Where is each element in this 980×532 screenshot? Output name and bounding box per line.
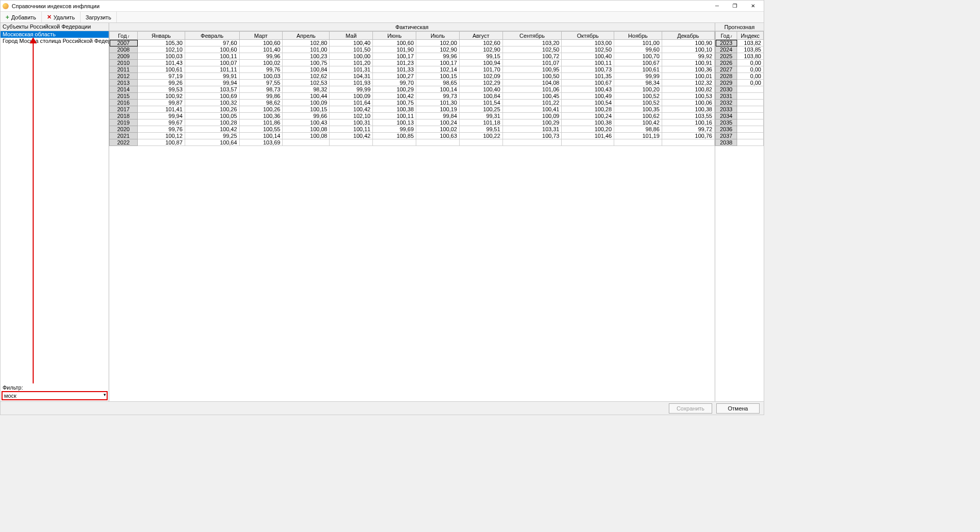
year-cell[interactable]: 2036 bbox=[716, 126, 737, 133]
value-cell[interactable]: 0,00 bbox=[737, 80, 764, 86]
year-cell[interactable]: 2012 bbox=[110, 73, 138, 80]
year-cell[interactable]: 2014 bbox=[110, 86, 138, 93]
value-cell[interactable]: 103,55 bbox=[662, 113, 714, 119]
value-cell[interactable] bbox=[283, 139, 330, 146]
value-cell[interactable]: 100,03 bbox=[239, 73, 283, 80]
value-cell[interactable]: 100,11 bbox=[330, 126, 373, 133]
year-cell[interactable]: 2019 bbox=[110, 119, 138, 126]
value-cell[interactable]: 100,92 bbox=[138, 93, 185, 100]
year-cell[interactable]: 2035 bbox=[716, 119, 737, 126]
year-cell[interactable]: 2007 bbox=[110, 40, 138, 46]
value-cell[interactable]: 102,32 bbox=[662, 80, 714, 86]
value-cell[interactable]: 100,84 bbox=[459, 93, 502, 100]
value-cell[interactable]: 101,30 bbox=[416, 100, 460, 106]
value-cell[interactable]: 101,40 bbox=[239, 46, 283, 53]
value-cell[interactable]: 100,52 bbox=[614, 93, 662, 100]
value-cell[interactable] bbox=[330, 139, 373, 146]
year-cell[interactable]: 2025 bbox=[716, 53, 737, 60]
year-cell[interactable]: 2015 bbox=[110, 93, 138, 100]
table-row[interactable]: 201297,1999,91100,03102,62104,31100,2710… bbox=[110, 73, 715, 80]
actual-grid[interactable]: Год/ЯнварьФевральМартАпрельМайИюньИюльАв… bbox=[109, 31, 715, 401]
value-cell[interactable]: 100,03 bbox=[138, 53, 185, 60]
value-cell[interactable]: 100,32 bbox=[185, 100, 239, 106]
value-cell[interactable]: 102,00 bbox=[416, 40, 460, 46]
value-cell[interactable]: 104,08 bbox=[502, 80, 562, 86]
value-cell[interactable]: 101,06 bbox=[502, 86, 562, 93]
value-cell[interactable] bbox=[373, 139, 416, 146]
value-cell[interactable]: 98,65 bbox=[416, 80, 460, 86]
value-cell[interactable]: 100,28 bbox=[562, 106, 614, 113]
value-cell[interactable]: 100,02 bbox=[239, 60, 283, 66]
value-cell[interactable]: 102,29 bbox=[459, 80, 502, 86]
value-cell[interactable]: 100,26 bbox=[239, 106, 283, 113]
year-cell[interactable]: 2028 bbox=[716, 73, 737, 80]
value-cell[interactable]: 98,62 bbox=[239, 100, 283, 106]
value-cell[interactable]: 101,64 bbox=[330, 100, 373, 106]
value-cell[interactable]: 100,75 bbox=[373, 100, 416, 106]
value-cell[interactable]: 101,23 bbox=[373, 60, 416, 66]
value-cell[interactable]: 100,13 bbox=[373, 119, 416, 126]
table-row[interactable]: 2024103,85 bbox=[716, 46, 764, 53]
value-cell[interactable]: 100,19 bbox=[416, 106, 460, 113]
year-cell[interactable]: 2021 bbox=[110, 133, 138, 139]
value-cell[interactable]: 99,69 bbox=[373, 126, 416, 133]
value-cell[interactable]: 100,55 bbox=[239, 126, 283, 133]
value-cell[interactable]: 100,85 bbox=[373, 133, 416, 139]
subjects-list[interactable]: Московская область Город Москва столица … bbox=[1, 31, 109, 383]
table-row[interactable]: 20290,00 bbox=[716, 80, 764, 86]
value-cell[interactable]: 101,50 bbox=[330, 46, 373, 53]
table-row[interactable]: 201999,67100,28101,86100,43100,31100,131… bbox=[110, 119, 715, 126]
value-cell[interactable]: 104,31 bbox=[330, 73, 373, 80]
value-cell[interactable]: 101,35 bbox=[562, 73, 614, 80]
year-cell[interactable]: 2008 bbox=[110, 46, 138, 53]
value-cell[interactable]: 100,63 bbox=[416, 133, 460, 139]
table-row[interactable]: 2034 bbox=[716, 113, 764, 119]
value-cell[interactable]: 101,70 bbox=[459, 66, 502, 73]
value-cell[interactable]: 101,18 bbox=[459, 119, 502, 126]
value-cell[interactable]: 101,46 bbox=[562, 133, 614, 139]
table-row[interactable]: 2009100,03100,1199,96100,23100,00100,179… bbox=[110, 53, 715, 60]
value-cell[interactable]: 102,80 bbox=[283, 40, 330, 46]
value-cell[interactable]: 102,14 bbox=[416, 66, 460, 73]
table-row[interactable]: 201499,53103,5798,7398,3299,99100,29100,… bbox=[110, 86, 715, 93]
add-button[interactable]: + Добавить bbox=[1, 12, 42, 22]
value-cell[interactable]: 101,20 bbox=[330, 60, 373, 66]
value-cell[interactable]: 101,00 bbox=[283, 46, 330, 53]
value-cell[interactable]: 100,28 bbox=[185, 119, 239, 126]
col-month[interactable]: Декабрь bbox=[662, 32, 714, 40]
value-cell[interactable]: 103,80 bbox=[737, 53, 764, 60]
close-button[interactable]: ✕ bbox=[744, 1, 762, 11]
value-cell[interactable]: 101,41 bbox=[138, 106, 185, 113]
value-cell[interactable]: 99,99 bbox=[330, 86, 373, 93]
value-cell[interactable]: 0,00 bbox=[737, 66, 764, 73]
value-cell[interactable]: 100,61 bbox=[614, 66, 662, 73]
value-cell[interactable]: 100,11 bbox=[562, 60, 614, 66]
value-cell[interactable]: 100,06 bbox=[662, 100, 714, 106]
value-cell[interactable]: 103,00 bbox=[562, 40, 614, 46]
value-cell[interactable]: 100,43 bbox=[283, 119, 330, 126]
year-cell[interactable]: 2031 bbox=[716, 93, 737, 100]
value-cell[interactable]: 102,10 bbox=[138, 46, 185, 53]
value-cell[interactable]: 99,70 bbox=[373, 80, 416, 86]
value-cell[interactable]: 98,86 bbox=[614, 126, 662, 133]
value-cell[interactable]: 100,20 bbox=[562, 126, 614, 133]
value-cell[interactable]: 102,53 bbox=[283, 80, 330, 86]
value-cell[interactable]: 99,91 bbox=[185, 73, 239, 80]
year-cell[interactable]: 2017 bbox=[110, 106, 138, 113]
col-month[interactable]: Август bbox=[459, 32, 502, 40]
col-month[interactable]: Апрель bbox=[283, 32, 330, 40]
value-cell[interactable]: 100,11 bbox=[373, 113, 416, 119]
value-cell[interactable]: 99,96 bbox=[239, 53, 283, 60]
col-month[interactable]: Январь bbox=[138, 32, 185, 40]
value-cell[interactable]: 99,72 bbox=[662, 126, 714, 133]
value-cell[interactable]: 100,38 bbox=[373, 106, 416, 113]
table-row[interactable]: 201899,94100,05100,3699,66102,10100,1199… bbox=[110, 113, 715, 119]
value-cell[interactable]: 99,26 bbox=[138, 80, 185, 86]
value-cell[interactable]: 100,87 bbox=[138, 139, 185, 146]
value-cell[interactable]: 100,54 bbox=[562, 100, 614, 106]
value-cell[interactable]: 103,20 bbox=[502, 40, 562, 46]
value-cell[interactable]: 100,09 bbox=[283, 100, 330, 106]
value-cell[interactable]: 0,00 bbox=[737, 60, 764, 66]
load-button[interactable]: Загрузить bbox=[81, 12, 117, 22]
value-cell[interactable]: 100,40 bbox=[562, 53, 614, 60]
